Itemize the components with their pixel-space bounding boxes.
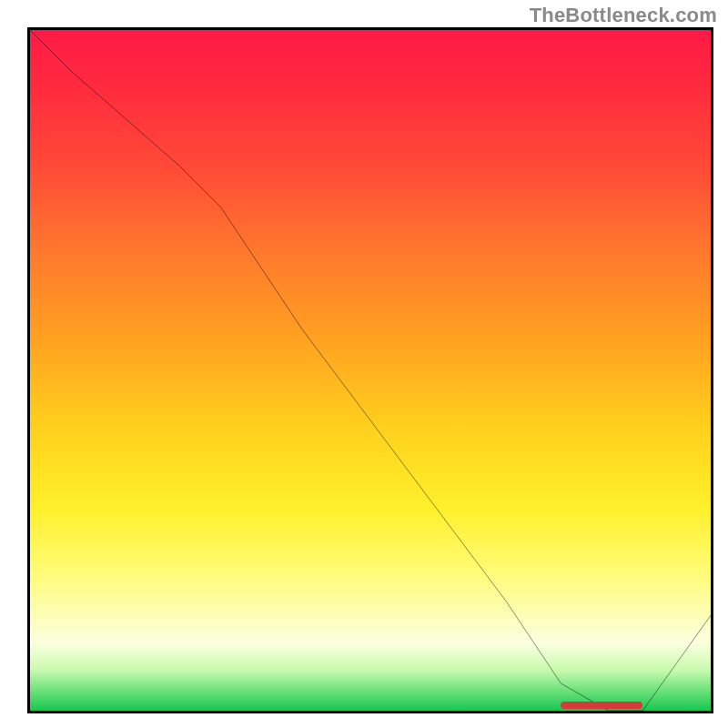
chart-stage: TheBottleneck.com [0,0,728,728]
bottleneck-curve [30,30,711,711]
watermark-text: TheBottleneck.com [530,4,717,27]
plot-area [27,27,713,713]
optimum-marker [561,702,642,709]
curve-line [30,30,711,711]
